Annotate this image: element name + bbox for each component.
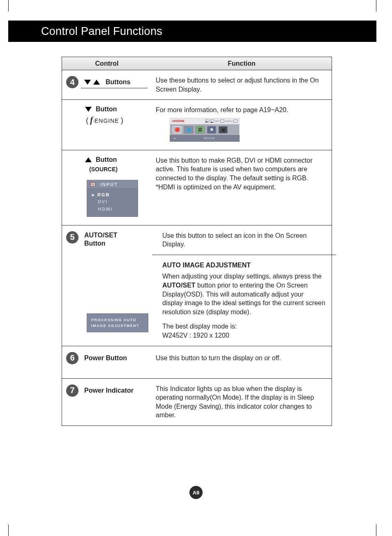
paren-close: ) [121, 116, 123, 124]
function-text: For more information, refer to page A19~… [156, 106, 288, 113]
control-cell: Button (SOURCE) INPUT RGB DVI HDMI [62, 150, 152, 225]
osd-set-label: SET [215, 120, 220, 123]
table-row: 5 AUTO/SET Button PROCESSING AUTO IMAGE … [62, 225, 332, 346]
control-cell: Button ( f·ENGINE ) [62, 100, 152, 150]
up-icon [85, 157, 92, 162]
function-text: Use this button to make RGB, DVI or HDMI… [156, 157, 312, 191]
table-row: 6 Power Button Use this button to turn t… [62, 346, 332, 379]
osd-input-item: DVI [98, 198, 135, 206]
mini-box-icon [220, 120, 224, 123]
page-title-band: Control Panel Functions [8, 21, 376, 42]
th-function: Function [152, 60, 332, 67]
table-row: 4 Buttons Use these buttons to select or… [62, 70, 332, 100]
function-text: Use these buttons to select or adjust fu… [156, 77, 319, 93]
function-cell: Use these buttons to select or adjust fu… [152, 70, 332, 99]
osd-mode-label: MOVIE [180, 136, 239, 140]
down-icon [85, 107, 92, 112]
best-mode-value: W2452V : 1920 x 1200 [162, 331, 326, 340]
crop-mark [8, 0, 9, 12]
osd-input-title: INPUT [100, 182, 118, 187]
up-icon [93, 80, 100, 85]
down-icon [84, 80, 91, 85]
osd-fengine-icons: 🔴 🌐 🖼 ✖ ▦ [170, 124, 240, 135]
mini-box-icon: ▼ [205, 120, 209, 123]
page: Control Panel Functions Control Function… [0, 0, 392, 536]
input-icon [90, 182, 95, 186]
step-badge-4: 4 [66, 76, 78, 88]
osd-input-item: RGB [98, 191, 135, 199]
mode-icon-user: 🖼 [196, 126, 205, 133]
control-cell: 7 Power Indicator [62, 379, 152, 426]
function-text: Use this button to turn the display on o… [156, 354, 281, 361]
osd-input-item: HDMI [98, 206, 135, 213]
proc-line1: PROCESSING AUTO [91, 317, 144, 323]
crop-mark [376, 0, 376, 12]
f-engine-f: f [90, 115, 93, 124]
table-row: Button ( f·ENGINE ) For more information… [62, 100, 332, 150]
function-cell: Use this button to make RGB, DVI or HDMI… [152, 150, 332, 225]
osd-input: INPUT RGB DVI HDMI [87, 180, 138, 217]
control-label: Power Button [84, 354, 127, 362]
function-text: This Indicator lights up as blue when th… [156, 385, 314, 419]
control-sublabel: (SOURCE) [66, 166, 148, 173]
crop-mark [376, 524, 376, 536]
mode-icon-internet: 🌐 [184, 126, 193, 133]
mode-icon-normal: ✖ [207, 126, 216, 133]
step-badge-5: 5 [66, 231, 78, 244]
function-cell: Use this button to turn the display on o… [152, 346, 332, 378]
mini-box-icon [233, 120, 238, 123]
step-badge-7: 7 [66, 384, 78, 397]
table-header: Control Function [62, 57, 332, 70]
control-label: Power Indicator [84, 387, 134, 394]
function-cell: This Indicator lights up as blue when th… [152, 379, 332, 426]
page-number: A9 [193, 490, 200, 496]
control-label: Button [96, 106, 117, 113]
page-number-badge: A9 [189, 486, 203, 499]
osd-processing-box: PROCESSING AUTO IMAGE ADJUSTMENT [87, 313, 148, 333]
crop-mark [8, 524, 9, 536]
osd-fengine-top: f·ENGINE ▼ ▲ SET MENU [170, 118, 240, 124]
proc-line2: IMAGE ADJUSTMENT [91, 323, 144, 329]
function-text: Use this button to select an icon in the… [162, 232, 307, 248]
auto-image-body: When adjusting your display settings, al… [162, 272, 326, 316]
f-engine-rest: ENGINE [95, 117, 119, 124]
paren-open: ( [86, 116, 88, 124]
auto-image-sub: AUTO IMAGE ADJUSTMENT When adjusting you… [152, 255, 336, 346]
mode-icon-demo: ▦ [219, 126, 228, 133]
right-arrow-icon: ▸ [170, 136, 180, 140]
mode-icon-movie: 🔴 [173, 126, 182, 133]
osd-fengine: f·ENGINE ▼ ▲ SET MENU 🔴 🌐 🖼 ✖ [170, 118, 240, 142]
mini-box-icon: ▲ [210, 120, 214, 123]
osd-menu-label: MENU [225, 120, 233, 123]
control-label: Button [96, 156, 117, 163]
step-badge-6: 6 [66, 352, 78, 364]
control-label: Buttons [106, 78, 130, 86]
osd-input-body: RGB DVI HDMI [87, 189, 138, 217]
best-mode-label: The best display mode is: [162, 322, 326, 331]
controls-table: Control Function 4 Buttons Use these but… [62, 57, 332, 426]
page-title: Control Panel Functions [41, 25, 162, 38]
auto-image-heading: AUTO IMAGE ADJUSTMENT [162, 261, 326, 270]
control-cell: 5 AUTO/SET Button PROCESSING AUTO IMAGE … [62, 225, 152, 346]
control-cell: 6 Power Button [62, 346, 152, 378]
control-label: AUTO/SET Button [84, 231, 129, 248]
function-cell: Use this button to select an icon in the… [152, 225, 332, 346]
osd-fengine-bottom: ▸ MOVIE [170, 135, 240, 142]
th-control: Control [62, 60, 152, 67]
table-row: Button (SOURCE) INPUT RGB DVI HDMI Use [62, 150, 332, 225]
control-cell: 4 Buttons [62, 70, 152, 99]
function-cell: For more information, refer to page A19~… [152, 100, 332, 150]
underline [81, 88, 148, 88]
table-row: 7 Power Indicator This Indicator lights … [62, 379, 332, 426]
osd-input-header: INPUT [87, 180, 138, 189]
